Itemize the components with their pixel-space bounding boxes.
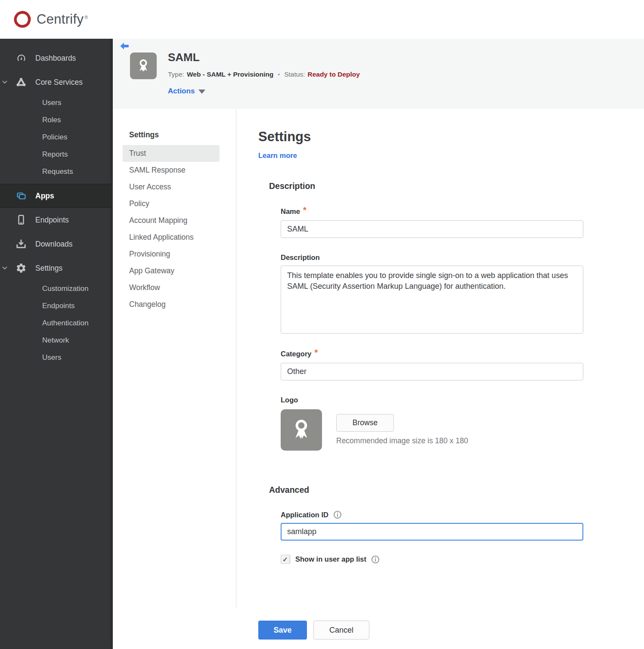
type-value: Web - SAML + Provisioning bbox=[187, 71, 273, 78]
category-label: Category * bbox=[281, 349, 583, 359]
downloads-icon bbox=[14, 238, 28, 250]
sidebar-item-authentication[interactable]: Authentication bbox=[0, 315, 113, 332]
info-icon[interactable] bbox=[371, 555, 380, 564]
subnav-item-user-access[interactable]: User Access bbox=[123, 179, 220, 195]
settings-form: Settings Learn more Description Name * D… bbox=[236, 109, 583, 564]
subnav-item-saml-response[interactable]: SAML Response bbox=[123, 162, 220, 179]
show-in-user-app-list-checkbox[interactable] bbox=[281, 555, 290, 564]
sidebar-label: Dashboards bbox=[35, 54, 76, 63]
subnav-item-app-gateway[interactable]: App Gateway bbox=[123, 263, 220, 279]
ribbon-icon bbox=[288, 417, 315, 443]
name-input[interactable] bbox=[281, 220, 583, 238]
status-value: Ready to Deploy bbox=[307, 71, 359, 78]
sidebar-item-endpoints[interactable]: Endpoints bbox=[0, 208, 113, 232]
status-label: Status: bbox=[284, 71, 305, 78]
subnav-item-account-mapping[interactable]: Account Mapping bbox=[123, 212, 220, 229]
registered-mark: ® bbox=[84, 15, 88, 20]
sidebar-item-roles[interactable]: Roles bbox=[0, 111, 113, 129]
sidebar-label: Endpoints bbox=[35, 216, 69, 225]
chevron-down-icon bbox=[2, 266, 7, 270]
required-asterisk: * bbox=[315, 348, 318, 358]
app-logo-preview bbox=[281, 409, 322, 451]
sidebar-item-core-services[interactable]: Core Services bbox=[0, 70, 113, 94]
sidebar-item-customization[interactable]: Customization bbox=[0, 280, 113, 297]
sidebar-label: Settings bbox=[35, 264, 62, 273]
brand-name: Centrify® bbox=[37, 12, 88, 27]
back-arrow-icon[interactable] bbox=[120, 42, 129, 50]
app-header: SAML Type: Web - SAML + Provisioning • S… bbox=[113, 39, 644, 109]
sidebar-item-policies[interactable]: Policies bbox=[0, 129, 113, 146]
type-label: Type: bbox=[168, 71, 184, 78]
app-title: SAML bbox=[168, 51, 200, 64]
endpoints-phone-icon bbox=[14, 214, 28, 226]
sidebar-label: Apps bbox=[35, 192, 54, 201]
app-logo-badge bbox=[130, 53, 157, 79]
sidebar-item-settings-users[interactable]: Users bbox=[0, 349, 113, 366]
actions-label: Actions bbox=[168, 87, 195, 96]
learn-more-link[interactable]: Learn more bbox=[258, 151, 297, 160]
form-footer: Save Cancel bbox=[113, 608, 644, 640]
subnav-item-linked-applications[interactable]: Linked Applications bbox=[123, 229, 220, 246]
apps-icon bbox=[14, 190, 28, 202]
description-label: Description bbox=[281, 253, 583, 262]
sidebar-item-apps[interactable]: Apps bbox=[0, 184, 113, 208]
info-icon[interactable] bbox=[333, 510, 342, 519]
category-input[interactable] bbox=[281, 363, 583, 380]
subnav-item-policy[interactable]: Policy bbox=[123, 195, 220, 212]
subnav-item-provisioning[interactable]: Provisioning bbox=[123, 246, 220, 263]
meta-separator: • bbox=[278, 71, 280, 78]
topbar: Centrify® bbox=[0, 0, 644, 39]
settings-subnav: Settings Trust SAML Response User Access… bbox=[113, 109, 236, 608]
cancel-button[interactable]: Cancel bbox=[313, 621, 369, 640]
centrify-swirl-icon bbox=[12, 9, 32, 29]
description-textarea[interactable]: This template enables you to provide sin… bbox=[281, 266, 583, 334]
sidebar-item-settings-endpoints[interactable]: Endpoints bbox=[0, 297, 113, 315]
logo-label: Logo bbox=[281, 396, 583, 404]
actions-dropdown[interactable]: Actions bbox=[168, 87, 205, 96]
sidebar: Dashboards Core Services Users Roles Pol… bbox=[0, 39, 113, 649]
chevron-down-icon bbox=[2, 80, 7, 84]
description-section-title: Description bbox=[269, 181, 583, 191]
caret-down-icon bbox=[198, 90, 205, 94]
application-id-input[interactable] bbox=[281, 523, 583, 541]
subnav-item-trust[interactable]: Trust bbox=[123, 145, 220, 162]
dashboards-gauge-icon bbox=[14, 52, 28, 64]
subnav-item-workflow[interactable]: Workflow bbox=[123, 279, 220, 296]
sidebar-label: Downloads bbox=[35, 240, 73, 249]
page-title: Settings bbox=[258, 129, 583, 145]
name-label: Name * bbox=[281, 207, 583, 216]
sidebar-item-requests[interactable]: Requests bbox=[0, 163, 113, 180]
sidebar-item-dashboards[interactable]: Dashboards bbox=[0, 46, 113, 70]
sidebar-item-network[interactable]: Network bbox=[0, 332, 113, 349]
main-area: SAML Type: Web - SAML + Provisioning • S… bbox=[113, 39, 644, 649]
core-services-icon bbox=[14, 76, 28, 88]
subnav-item-changelog[interactable]: Changelog bbox=[123, 296, 220, 313]
sidebar-label: Core Services bbox=[35, 78, 83, 87]
subnav-header: Settings bbox=[123, 128, 236, 145]
sidebar-item-downloads[interactable]: Downloads bbox=[0, 232, 113, 256]
app-meta: Type: Web - SAML + Provisioning • Status… bbox=[168, 71, 360, 78]
advanced-section-title: Advanced bbox=[269, 485, 583, 495]
sidebar-item-settings[interactable]: Settings bbox=[0, 256, 113, 280]
sidebar-item-reports[interactable]: Reports bbox=[0, 146, 113, 163]
application-id-label: Application ID bbox=[281, 510, 583, 519]
logo-size-hint: Recommended image size is 180 x 180 bbox=[336, 436, 468, 445]
centrify-logo: Centrify® bbox=[12, 9, 88, 29]
ribbon-icon bbox=[135, 57, 152, 74]
save-button[interactable]: Save bbox=[258, 621, 307, 640]
sidebar-item-users[interactable]: Users bbox=[0, 94, 113, 111]
settings-gear-icon bbox=[14, 262, 28, 274]
required-asterisk: * bbox=[303, 205, 307, 215]
show-in-user-app-list-label: Show in user app list bbox=[295, 555, 366, 563]
browse-button[interactable]: Browse bbox=[336, 414, 394, 432]
